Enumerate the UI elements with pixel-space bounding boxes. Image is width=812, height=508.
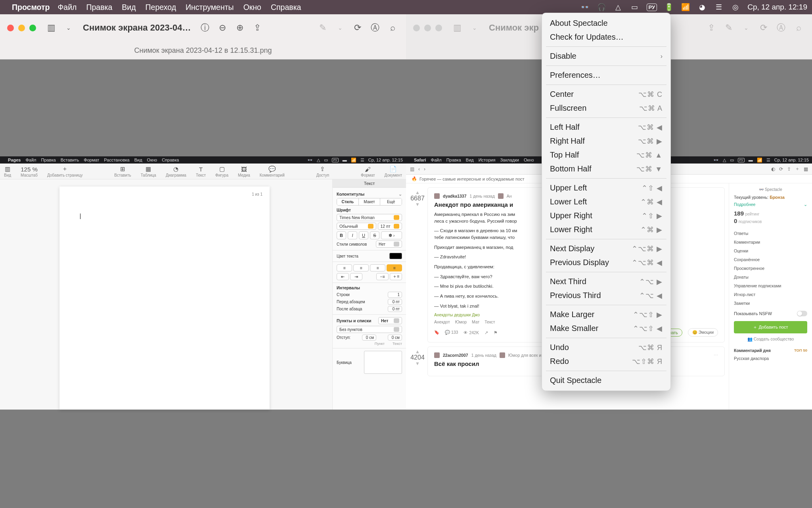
rating-stat: 189 рейтинг xyxy=(734,210,807,217)
zoom-button[interactable] xyxy=(435,25,442,31)
menu-item[interactable]: Upper Right⌃⇧ ▶ xyxy=(542,209,670,223)
app-name[interactable]: Просмотр xyxy=(12,3,50,12)
zoom-button[interactable] xyxy=(29,25,36,31)
menu-window[interactable]: Окно xyxy=(243,3,261,12)
siri-icon[interactable]: ◎ xyxy=(731,4,740,11)
control-center-icon[interactable]: ☰ xyxy=(714,4,724,11)
input-lang: РУ xyxy=(738,158,744,162)
nsfw-toggle xyxy=(797,311,807,316)
zoom-out-icon[interactable]: ⊖ xyxy=(216,21,229,34)
menu-item[interactable]: Upper Left⌃⇧ ◀ xyxy=(542,181,670,195)
menu-item[interactable]: Bottom Half⌥⌘ ▼ xyxy=(542,162,670,176)
tb-shape: ▢Фигура xyxy=(215,165,228,177)
menu-item[interactable]: Right Half⌥⌘ ▶ xyxy=(542,134,670,148)
battery-icon[interactable]: 🔋 xyxy=(664,4,674,11)
menu-go[interactable]: Переход xyxy=(146,3,176,12)
menu-item[interactable]: Next Third⌃⌥ ▶ xyxy=(542,275,670,289)
sidebar-toggle-icon[interactable]: ▥ xyxy=(451,21,463,34)
menu-tools[interactable]: Инструменты xyxy=(186,3,234,12)
align-right-icon: ≡ xyxy=(370,264,385,271)
triangle-icon[interactable]: △ xyxy=(613,4,623,11)
menu-edit[interactable]: Правка xyxy=(86,3,112,12)
text-color-swatch xyxy=(389,253,402,259)
highlight-menu-icon[interactable]: ⌄ xyxy=(334,21,347,34)
menu-separator xyxy=(546,338,666,338)
close-button[interactable] xyxy=(413,25,420,31)
mini-menu: Вид xyxy=(466,158,474,162)
traffic-lights xyxy=(7,25,36,31)
search-icon[interactable]: ⌕ xyxy=(386,21,399,34)
menu-item-label: Upper Right xyxy=(550,211,592,220)
avatar xyxy=(434,352,440,358)
spectacle-icon[interactable]: 👓 xyxy=(580,4,590,11)
menu-view[interactable]: Вид xyxy=(122,3,136,12)
keyboard-shortcut: ⌃⌥⇧ ▶ xyxy=(633,310,663,319)
zoom-in-icon[interactable]: ⊕ xyxy=(234,21,246,34)
tb-comment: 💬Комментарий xyxy=(260,165,285,177)
menu-separator xyxy=(546,371,666,371)
minimize-button[interactable] xyxy=(18,25,25,31)
highlight-icon[interactable]: ✎ xyxy=(316,21,329,34)
rotate-icon[interactable]: ⟳ xyxy=(757,21,770,34)
control-center-icon: ☰ xyxy=(766,158,770,163)
menu-item[interactable]: Center⌥⌘ C xyxy=(542,87,670,101)
size-select: 12 пт xyxy=(378,223,402,230)
minimize-button[interactable] xyxy=(424,25,431,31)
menu-item[interactable]: Make Smaller⌃⌥⇧ ◀ xyxy=(542,321,670,335)
menu-file[interactable]: Файл xyxy=(57,3,77,12)
menu-item[interactable]: Disable› xyxy=(542,49,670,63)
tb-share: ⇪Доступ xyxy=(316,165,329,177)
menu-item[interactable]: Previous Third⌃⌥ ◀ xyxy=(542,289,670,302)
menu-item[interactable]: Preferences… xyxy=(542,68,670,82)
search-icon[interactable]: ⌕ xyxy=(792,21,805,34)
menu-item[interactable]: About Spectacle xyxy=(542,16,670,30)
menu-separator xyxy=(546,305,666,305)
spectacle-icon: 👓 xyxy=(713,158,719,163)
menubar-clock[interactable]: Ср, 12 апр. 12:19 xyxy=(747,3,807,12)
menu-item[interactable]: Make Larger⌃⌥⇧ ▶ xyxy=(542,308,670,321)
menu-item[interactable]: Previous Display⌃⌥⌘ ◀ xyxy=(542,256,670,269)
intervals-label: Интервалы xyxy=(337,285,360,290)
upvote-icon: ▲ xyxy=(410,349,425,354)
menu-item[interactable]: Undo⌥⌘ Я xyxy=(542,341,670,354)
keyboard-shortcut: ⌥⌘ C xyxy=(638,90,663,99)
menu-help[interactable]: Справка xyxy=(271,3,301,12)
menu-item[interactable]: Next Display⌃⌥⌘ ▶ xyxy=(542,242,670,256)
mini-menu: Расстановка xyxy=(104,158,129,162)
highlight-menu-icon[interactable]: ⌄ xyxy=(740,21,753,34)
sidebar-toggle-icon[interactable]: ▥ xyxy=(45,21,57,34)
back-icon: ‹ xyxy=(418,166,420,172)
markup-icon[interactable]: Ⓐ xyxy=(369,21,381,34)
align-left-icon: ≡ xyxy=(337,264,352,271)
menu-item[interactable]: Check for Updates… xyxy=(542,30,670,44)
info-icon[interactable]: ⓘ xyxy=(199,21,211,34)
menu-item[interactable]: Quit Spectacle xyxy=(542,373,670,387)
keyboard-shortcut: ⌃⌥⌘ ◀ xyxy=(632,258,663,267)
highlight-icon[interactable]: ✎ xyxy=(722,21,735,34)
menu-item[interactable]: Redo⌥⇧⌘ Я xyxy=(542,354,670,368)
menu-item[interactable]: Top Half⌥⌘ ▲ xyxy=(542,148,670,162)
menu-item[interactable]: Fullscreen⌥⌘ A xyxy=(542,101,670,115)
mini-menu: Вставить xyxy=(61,158,79,162)
sidebar-menu-chevron-icon[interactable]: ⌄ xyxy=(62,21,75,34)
rotate-icon[interactable]: ⟳ xyxy=(351,21,364,34)
spectacle-menu[interactable]: About SpectacleCheck for Updates…Disable… xyxy=(542,13,671,391)
display-icon[interactable]: ▭ xyxy=(630,4,640,11)
more-button: ✽ › xyxy=(381,231,402,239)
sidebar-menu-chevron-icon[interactable]: ⌄ xyxy=(468,21,481,34)
pie-icon[interactable]: ◕ xyxy=(697,4,707,11)
menu-item[interactable]: Left Half⌥⌘ ◀ xyxy=(542,120,670,134)
markup-icon[interactable]: Ⓐ xyxy=(775,21,787,34)
close-button[interactable] xyxy=(7,25,14,31)
menu-item[interactable]: Lower Left⌃⌘ ◀ xyxy=(542,195,670,209)
menu-item[interactable]: Lower Right⌃⌘ ▶ xyxy=(542,223,670,237)
display-icon: ▭ xyxy=(324,158,328,163)
share-icon[interactable]: ⇪ xyxy=(705,21,718,34)
align-justify-icon: ≡ xyxy=(387,264,402,271)
share-icon[interactable]: ⇪ xyxy=(251,21,264,34)
traffic-lights-inactive xyxy=(413,25,442,31)
input-lang[interactable]: РУ xyxy=(647,4,657,11)
wifi-icon[interactable]: 📶 xyxy=(681,4,690,11)
display-icon: ▭ xyxy=(730,158,734,163)
airpods-icon[interactable]: 🎧 xyxy=(597,4,606,11)
